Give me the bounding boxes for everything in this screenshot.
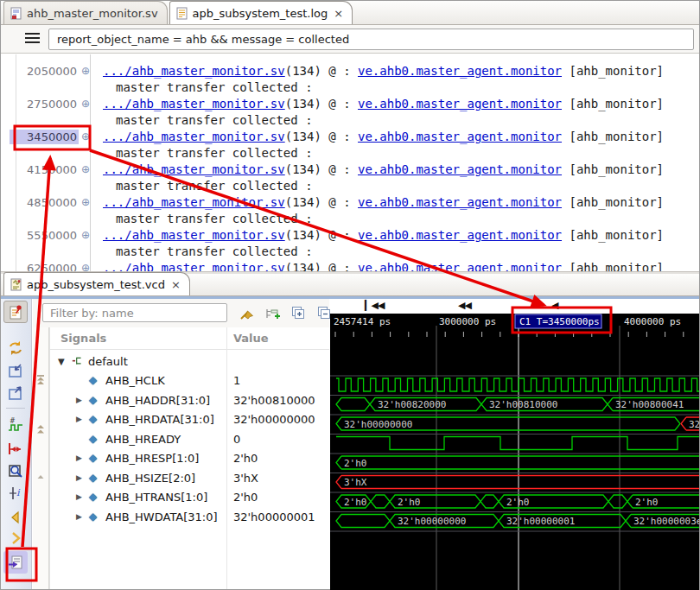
svg-text:#: # (10, 417, 16, 425)
step-up-icon[interactable] (35, 470, 47, 482)
log-timestamp[interactable]: 2750000 (10, 97, 79, 111)
signal-group-default[interactable]: ▼default (50, 353, 329, 372)
prev-page-button[interactable]: ◀◀ (458, 300, 471, 311)
expand-icon[interactable]: ⊕ (81, 163, 90, 175)
log-timestamp[interactable]: 5550000 (10, 228, 79, 243)
vcd-file-icon (10, 278, 22, 291)
wave-toolbar (33, 299, 329, 327)
signal-value: 2'h0 (233, 452, 258, 465)
wave-radix-icon[interactable]: # (3, 414, 28, 436)
signal-row-AHB_HRDATA[31:0][interactable]: ▶◆AHB_HRDATA[31:0]32'h00000000 (50, 411, 329, 430)
signal-row-AHB_HWDATA[31:0][interactable]: ▶◆AHB_HWDATA[31:0]32'h00000001 (50, 509, 329, 528)
wave-nav-strip: ▎◀◀◀◀◀ (330, 299, 699, 314)
log-line-2: master transfer collected : (116, 179, 313, 193)
expand-arrow-icon[interactable]: ▶ (76, 512, 82, 521)
next-edge-icon[interactable] (3, 527, 28, 549)
log-timestamp[interactable]: 4150000 (10, 162, 79, 177)
expand-icon[interactable]: ⊕ (81, 130, 90, 143)
scope-link[interactable]: ve.ahb0.master_agent.monitor (358, 64, 562, 78)
close-icon[interactable]: × (171, 278, 181, 291)
expand-arrow-icon[interactable]: ▶ (76, 415, 82, 423)
scope-link[interactable]: ve.ahb0.master_agent.monitor (358, 162, 562, 176)
log-timestamp[interactable]: 2050000 (10, 64, 79, 79)
signal-filter-input[interactable] (42, 303, 227, 322)
waveform-canvas[interactable]: 2457414 ps3000000 ps4000000 psC1 T=34500… (330, 314, 699, 589)
import-wave-icon[interactable] (3, 382, 28, 404)
expand-arrow-icon[interactable]: ▶ (76, 396, 82, 404)
scope-link[interactable]: ve.ahb0.master_agent.monitor (358, 130, 562, 143)
signal-row-AHB_HADDR[31:0][interactable]: ▶◆AHB_HADDR[31:0]32'h00810000 (50, 392, 329, 411)
cursor-to-time-icon[interactable]: i (3, 482, 28, 504)
source-file-link[interactable]: .../ahb_master_monitor.sv (103, 97, 285, 111)
signal-name: AHB_HADDR[31:0] (105, 394, 210, 407)
expand-arrow-icon[interactable]: ▶ (76, 473, 82, 482)
log-line-suffix: [ahb_monitor] (562, 97, 664, 111)
signal-icon: ◆ (89, 472, 97, 484)
log-filter-input[interactable] (48, 29, 694, 50)
prev-edge-icon[interactable] (3, 506, 28, 529)
zoom-selection-icon[interactable] (3, 460, 28, 482)
svg-text:4000000 ps: 4000000 ps (624, 316, 681, 327)
source-file-link[interactable]: .../ahb_master_monitor.sv (103, 261, 285, 271)
log-entry: 4850000⊕.../ahb_master_monitor.sv(134) @… (1, 194, 699, 227)
broom-icon[interactable] (239, 305, 255, 321)
signal-row-AHB_HRESP[1:0][interactable]: ▶◆AHB_HRESP[1:0]2'h0 (50, 450, 329, 469)
tab-apb_subsystem_test.vcd[interactable]: apb_subsystem_test.vcd× (3, 272, 190, 295)
expand-icon[interactable]: ⊕ (81, 229, 90, 241)
new-group-icon[interactable] (264, 305, 281, 321)
log-line-1: .../ahb_master_monitor.sv(134) @ : ve.ah… (103, 228, 664, 242)
waveform-svg: 2457414 ps3000000 ps4000000 psC1 T=34500… (330, 314, 699, 590)
scroll-top-icon[interactable] (35, 373, 47, 385)
link-with-log-icon[interactable] (3, 551, 28, 574)
source-file-link[interactable]: .../ahb_master_monitor.sv (103, 64, 285, 78)
expand-icon[interactable]: ⊕ (81, 98, 90, 110)
close-icon[interactable]: × (334, 7, 343, 20)
signal-row-AHB_HSIZE[2:0][interactable]: ▶◆AHB_HSIZE[2:0]3'hX (50, 470, 329, 489)
log-line-suffix: [ahb_monitor] (562, 261, 664, 271)
log-line-suffix: [ahb_monitor] (562, 64, 664, 78)
go-to-start-button[interactable]: ▎◀◀ (365, 300, 384, 311)
scope-link[interactable]: ve.ahb0.master_agent.monitor (358, 195, 562, 209)
reload-vcd-icon[interactable] (3, 337, 28, 359)
wave-mini-toolbar (33, 327, 49, 589)
collapse-arrow-icon[interactable]: ▼ (58, 357, 65, 366)
log-line-2: master transfer collected : (116, 146, 313, 160)
pin-editor-icon[interactable] (3, 301, 28, 323)
expand-icon[interactable]: ⊕ (81, 262, 90, 271)
editor-tab-bar: ahb_master_monitor.svapb_subsystem_test.… (1, 1, 699, 25)
signal-row-AHB_HTRANS[1:0][interactable]: ▶◆AHB_HTRANS[1:0]2'h0 (50, 489, 329, 508)
scope-link[interactable]: ve.ahb0.master_agent.monitor (358, 261, 562, 271)
svg-text:32'h00810000: 32'h00810000 (489, 399, 557, 410)
tab-ahb_master_monitor.sv[interactable]: ahb_master_monitor.sv (3, 1, 168, 24)
signals-column-header: Signals (60, 332, 106, 345)
prev-cursor-button[interactable]: ◀ (551, 300, 557, 311)
source-file-link[interactable]: .../ahb_master_monitor.sv (103, 130, 285, 143)
log-timestamp[interactable]: 6250000 (10, 261, 79, 271)
log-timestamp[interactable]: 3450000 (10, 130, 79, 144)
log-timestamp[interactable]: 4850000 (10, 195, 79, 210)
source-file-link[interactable]: .../ahb_master_monitor.sv (103, 228, 285, 242)
log-line-middle: (134) @ : (285, 64, 358, 78)
expand-arrow-icon[interactable]: ▶ (76, 454, 82, 462)
source-file-link[interactable]: .../ahb_master_monitor.sv (103, 195, 285, 209)
measure-cursors-icon[interactable] (3, 437, 28, 460)
scope-link[interactable]: ve.ahb0.master_agent.monitor (358, 228, 562, 242)
expand-arrow-icon[interactable]: ▶ (76, 492, 82, 501)
tab-apb_subsystem_test.log[interactable]: apb_subsystem_test.log× (169, 1, 353, 24)
log-entry: 3450000⊕.../ahb_master_monitor.sv(134) @… (1, 129, 699, 162)
expand-all-icon[interactable] (290, 305, 307, 321)
export-wave-icon[interactable] (3, 359, 28, 382)
expand-icon[interactable]: ⊕ (81, 196, 90, 208)
signal-row-AHB_HREADY[interactable]: ◆AHB_HREADY0 (50, 431, 329, 450)
page-up-icon[interactable] (35, 422, 47, 435)
log-line-suffix: [ahb_monitor] (562, 195, 664, 209)
log-content[interactable]: 2050000⊕.../ahb_master_monitor.sv(134) @… (1, 54, 699, 271)
scope-link[interactable]: ve.ahb0.master_agent.monitor (358, 97, 562, 111)
signal-row-AHB_HCLK[interactable]: ◆AHB_HCLK1 (50, 372, 329, 391)
source-file-link[interactable]: .../ahb_master_monitor.sv (103, 162, 285, 176)
log-line-middle: (134) @ : (285, 228, 358, 242)
menu-icon[interactable] (25, 33, 40, 45)
log-line-1: .../ahb_master_monitor.sv(134) @ : ve.ah… (103, 195, 664, 209)
expand-icon[interactable]: ⊕ (81, 65, 90, 77)
signal-name: AHB_HSIZE[2:0] (105, 472, 195, 485)
